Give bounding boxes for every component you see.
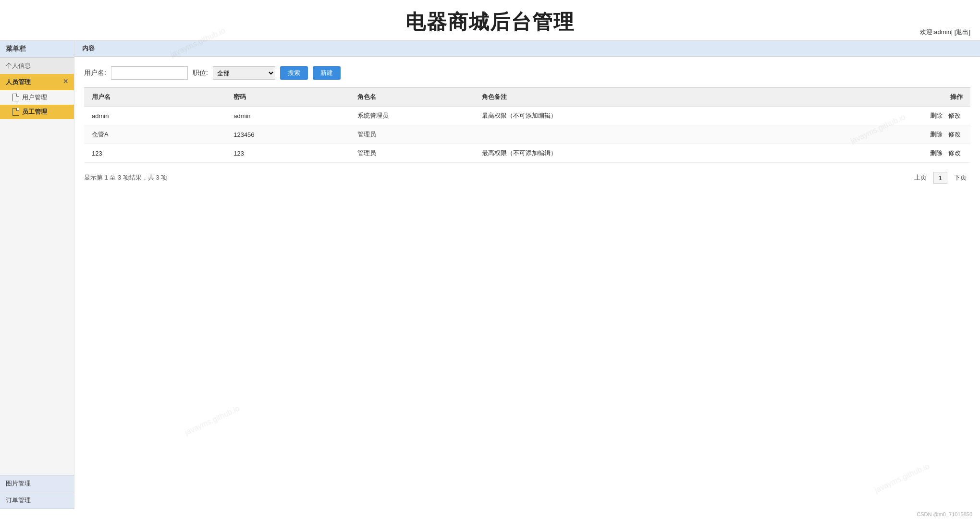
sidebar-item-user-mgmt[interactable]: 用户管理: [0, 90, 74, 105]
cell-password-0: admin: [226, 107, 350, 125]
cell-username-2: 123: [84, 144, 226, 163]
cell-password-1: 123456: [226, 125, 350, 144]
search-button[interactable]: 搜索: [280, 66, 308, 80]
cell-note-1: [474, 125, 740, 144]
prev-page-button[interactable]: 上页: [910, 171, 931, 184]
employee-mgmt-label: 员工管理: [22, 108, 47, 116]
sidebar-item-employee-mgmt[interactable]: 员工管理: [0, 105, 74, 119]
content-area: 内容 用户名: 职位: 全部 管理员 系统管理员 搜索 新建 用户名: [74, 41, 980, 509]
cell-action-0: 删除 修改: [740, 107, 970, 125]
sidebar-item-image-mgmt[interactable]: 图片管理: [0, 475, 74, 492]
image-mgmt-label: 图片管理: [6, 480, 31, 487]
current-page: 1: [933, 172, 947, 184]
position-label: 职位:: [193, 69, 208, 77]
cell-note-0: 最高权限（不可添加编辑）: [474, 107, 740, 125]
sidebar-item-people[interactable]: 人员管理 ✕: [0, 74, 74, 90]
pagination-summary: 显示第 1 至 3 项结果，共 3 项: [84, 173, 167, 182]
next-page-button[interactable]: 下页: [950, 171, 970, 184]
cell-note-2: 最高权限（不可添加编辑）: [474, 144, 740, 163]
cell-username-0: admin: [84, 107, 226, 125]
action-删除-1[interactable]: 删除: [930, 131, 943, 138]
pagination-bar: 显示第 1 至 3 项结果，共 3 项 上页 1 下页: [84, 171, 970, 184]
sidebar-item-personal[interactable]: 个人信息: [0, 58, 74, 74]
username-input[interactable]: [111, 66, 188, 80]
col-header-role: 角色名: [350, 88, 474, 107]
cell-action-2: 删除 修改: [740, 144, 970, 163]
cell-action-1: 删除 修改: [740, 125, 970, 144]
sidebar-group: 个人信息 人员管理 ✕ 用户管理 员工管理: [0, 58, 74, 475]
cell-role-1: 管理员: [350, 125, 474, 144]
table-row: adminadmin系统管理员最高权限（不可添加编辑）删除 修改: [84, 107, 970, 125]
sidebar-item-order-mgmt[interactable]: 订单管理: [0, 492, 74, 509]
personal-label: 个人信息: [6, 62, 31, 69]
page-header: 电器商城后台管理 欢迎:admin| [退出]: [0, 0, 980, 41]
doc-icon-2: [12, 108, 19, 116]
col-header-password: 密码: [226, 88, 350, 107]
table-row: 仓管A123456管理员删除 修改: [84, 125, 970, 144]
chevron-icon: ✕: [63, 78, 68, 85]
table-header-row: 用户名 密码 角色名 角色备注 操作: [84, 88, 970, 107]
new-button[interactable]: 新建: [313, 66, 341, 80]
page-title: 电器商城后台管理: [0, 9, 980, 36]
cell-password-2: 123: [226, 144, 350, 163]
sidebar: 菜单栏 个人信息 人员管理 ✕ 用户管理 员工管理 图片管理 订单管: [0, 41, 74, 509]
people-label: 人员管理: [6, 78, 31, 85]
col-header-note: 角色备注: [474, 88, 740, 107]
action-删除-0[interactable]: 删除: [930, 112, 943, 119]
action-修改-1[interactable]: 修改: [948, 131, 961, 138]
action-修改-0[interactable]: 修改: [948, 112, 961, 119]
sidebar-header: 菜单栏: [0, 41, 74, 58]
cell-username-1: 仓管A: [84, 125, 226, 144]
sidebar-bottom: 图片管理 订单管理: [0, 475, 74, 509]
logout-link[interactable]: [退出]: [955, 28, 970, 36]
username-label: 用户名:: [84, 69, 106, 77]
order-mgmt-label: 订单管理: [6, 497, 31, 504]
table-row: 123123管理员最高权限（不可添加编辑）删除 修改: [84, 144, 970, 163]
action-删除-2[interactable]: 删除: [930, 149, 943, 157]
main-layout: 菜单栏 个人信息 人员管理 ✕ 用户管理 员工管理 图片管理 订单管: [0, 41, 980, 509]
welcome-bar: 欢迎:admin| [退出]: [920, 28, 970, 36]
welcome-text: 欢迎:admin|: [920, 28, 953, 36]
action-修改-2[interactable]: 修改: [948, 149, 961, 157]
col-header-username: 用户名: [84, 88, 226, 107]
user-mgmt-label: 用户管理: [22, 93, 47, 102]
position-select[interactable]: 全部 管理员 系统管理员: [213, 66, 275, 80]
content-header: 内容: [74, 41, 980, 57]
content-body: 用户名: 职位: 全部 管理员 系统管理员 搜索 新建 用户名 密码 角色名: [74, 57, 980, 509]
cell-role-2: 管理员: [350, 144, 474, 163]
user-table: 用户名 密码 角色名 角色备注 操作 adminadmin系统管理员最高权限（不…: [84, 87, 970, 163]
col-header-action: 操作: [740, 88, 970, 107]
cell-role-0: 系统管理员: [350, 107, 474, 125]
pagination-controls: 上页 1 下页: [910, 171, 970, 184]
search-bar: 用户名: 职位: 全部 管理员 系统管理员 搜索 新建: [84, 66, 970, 80]
doc-icon: [12, 94, 19, 101]
